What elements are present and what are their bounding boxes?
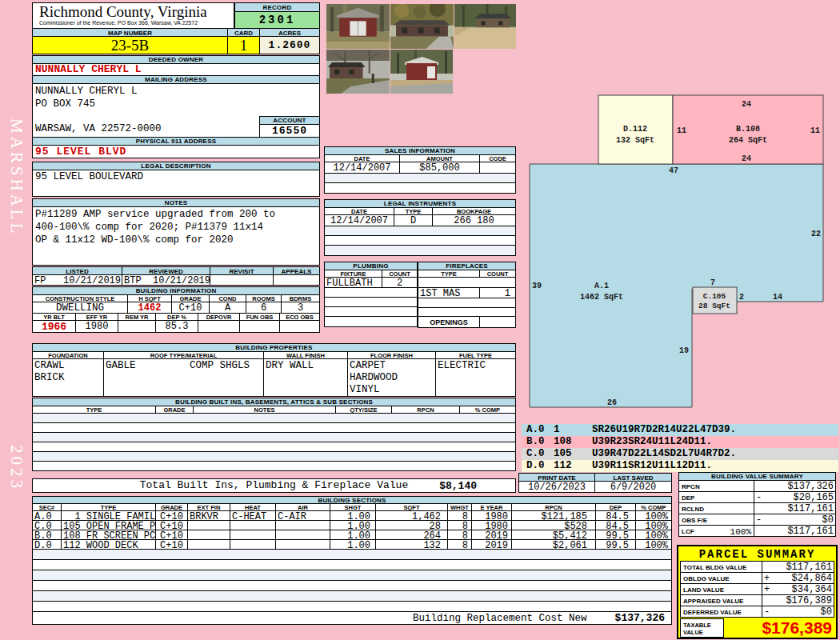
map-number-value: 23-5B bbox=[32, 36, 228, 54]
building-value-summary: BUILDING VALUE SUMMARY RPCN $137,326 DEP… bbox=[678, 472, 836, 537]
last-saved-value: 6/9/2020 bbox=[595, 481, 672, 493]
vs-lcf-cell: $117,161 bbox=[754, 525, 836, 537]
empty-row bbox=[32, 580, 672, 591]
ecoobs-value bbox=[280, 320, 320, 333]
photo-image bbox=[454, 4, 516, 49]
building-information-table: BUILDING INFORMATION CONSTRUCTION STYLE … bbox=[32, 286, 320, 333]
fireplaces-table: FIREPLACES TYPE COUNT 1ST MAS 1 OPENINGS bbox=[418, 262, 516, 328]
replacement-cost-row: Building Replacement Cost New $137,326 bbox=[32, 611, 672, 625]
physical-address-value: 95 LEVEL BLVD bbox=[32, 145, 320, 158]
sidebar-vendor-label: MARSHALL bbox=[6, 118, 26, 237]
legal-instruments-table: LEGAL INSTRUMENTS DATE TYPE BOOKPAGE 12/… bbox=[324, 199, 516, 256]
property-photo-house-front[interactable] bbox=[390, 4, 454, 49]
built-ins-total-value: $8,140 bbox=[439, 480, 477, 492]
vs-rclnd-label: RCLND bbox=[678, 502, 754, 514]
bdrms-value: 3 bbox=[282, 302, 320, 314]
sales-information-table: SALES INFORMATION DATE AMOUNT CODE 12/14… bbox=[324, 146, 516, 194]
account-value: 16550 bbox=[259, 124, 320, 138]
ps-appraised-cell: $176,389 bbox=[762, 594, 834, 606]
remyr-value bbox=[118, 320, 156, 333]
sketch-c-sqft: 28 SqFt bbox=[698, 302, 730, 310]
fireplace-type: 1ST MAS bbox=[418, 287, 480, 298]
photo-image bbox=[326, 4, 390, 49]
header-title-box: Richmond County, Virginia Commissioner o… bbox=[32, 2, 234, 29]
vs-lcf-pct: 100% bbox=[730, 528, 751, 536]
ps-land-cell: +$34,364 bbox=[762, 583, 834, 595]
empty-row bbox=[418, 277, 516, 288]
instr-bookpage: 266 180 bbox=[433, 214, 516, 226]
sketch-d-sqft: 132 SqFt bbox=[616, 136, 654, 145]
col-bi-comp: % COMP bbox=[460, 406, 516, 414]
parcel-summary: PARCEL SUMMARY TOTAL BLDG VALUE $117,161… bbox=[677, 545, 838, 639]
cond-value: A bbox=[210, 302, 246, 314]
record-value: 2301 bbox=[234, 11, 320, 29]
openings-label: OPENINGS bbox=[418, 316, 480, 328]
dim-c-right: 2 bbox=[739, 293, 744, 302]
construction-style-value: DWELLING bbox=[32, 302, 128, 314]
card-value: 1 bbox=[228, 36, 260, 54]
vs-dep-value: $20,165 bbox=[762, 493, 834, 502]
depovr-value bbox=[198, 320, 240, 333]
col-bi-rpcn: RPCN bbox=[392, 406, 460, 414]
empty-row bbox=[324, 245, 516, 256]
replacement-cost-label: Building Replacement Cost New bbox=[413, 613, 587, 624]
page-title: Richmond County, Virginia bbox=[33, 3, 234, 20]
col-bi-type: TYPE bbox=[32, 406, 156, 414]
empty-row bbox=[32, 590, 672, 602]
vs-rpcn-value: $137,326 bbox=[756, 482, 834, 491]
vs-rclnd-cell: $117,161 bbox=[754, 502, 836, 514]
dim-c-top: 7 bbox=[710, 278, 715, 287]
fixture-value: FULLBATH bbox=[324, 277, 382, 288]
ps-bldg-value: $117,161 bbox=[764, 562, 832, 572]
built-ins-total-row: Total Built Ins, Plumbing & Fireplace Va… bbox=[32, 478, 516, 493]
dim-b-top: 24 bbox=[742, 100, 751, 109]
ps-deferred-cell: -$0 bbox=[762, 606, 834, 618]
vs-obs-label: OBS F/E bbox=[678, 514, 754, 526]
taxable-value-label: TAXABLE VALUE bbox=[680, 618, 724, 638]
revisit-value bbox=[210, 274, 274, 286]
dim-a-inner: 19 bbox=[679, 346, 689, 355]
section-row-d: D.0 112 WOOD DECK C+10 1.00 132 8 2019 $… bbox=[32, 539, 672, 550]
sidebar-year-label: 2023 bbox=[6, 445, 26, 491]
photo-image bbox=[390, 4, 454, 49]
empty-row bbox=[32, 570, 672, 581]
foundation-value: CRAWL BRICK bbox=[32, 358, 104, 397]
review-table: LISTED REVIEWED REVISIT APPEALS FP 10/21… bbox=[32, 267, 320, 286]
dim-a-step: 14 bbox=[773, 293, 782, 302]
col-bi-qty: QTY/SIZE bbox=[336, 406, 392, 414]
mailing-city: WARSAW, VA 22572-0000 bbox=[35, 123, 162, 134]
empty-row bbox=[32, 461, 516, 471]
sketch-d-label: D.112 bbox=[623, 125, 647, 134]
floor-finish-value: CARPET HARDWOOD VINYL bbox=[348, 358, 436, 397]
sale-amount: $85,000 bbox=[400, 162, 480, 174]
empty-row bbox=[324, 182, 516, 194]
property-photo-sandy-yard[interactable] bbox=[454, 4, 516, 49]
sketch-b-sqft: 264 SqFt bbox=[729, 136, 767, 145]
dim-a-bottom: 26 bbox=[607, 398, 617, 407]
ps-obldg-label: OBLDG VALUE bbox=[680, 572, 762, 584]
acres-value: 1.2600 bbox=[260, 36, 320, 54]
wall-finish-value: DRY WALL bbox=[264, 358, 348, 397]
print-date-value: 10/26/2023 bbox=[518, 481, 595, 493]
property-record-card: { "sidebar":{"vendor":"MARSHALL","year":… bbox=[0, 0, 840, 640]
property-photo-shed-side[interactable] bbox=[390, 50, 453, 94]
commissioner-line: Commissioner of the Revenue, PO Box 366,… bbox=[33, 20, 234, 26]
property-photo-shed-front[interactable] bbox=[326, 4, 390, 49]
funobs-value bbox=[240, 320, 280, 333]
property-photo-house-trees[interactable] bbox=[326, 50, 390, 94]
empty-row bbox=[32, 549, 672, 560]
reviewed-value: BTP 10/21/2019 bbox=[122, 274, 210, 286]
grade-value: C+10 bbox=[172, 302, 210, 314]
rooms-value: 6 bbox=[246, 302, 282, 314]
sketch-c-label: C.105 bbox=[703, 292, 726, 301]
vs-dep-label: DEP bbox=[678, 491, 754, 503]
built-ins-table: BUILDING BUILT INS, BASEMENTS, ATTICS & … bbox=[32, 398, 516, 471]
vs-rpcn-label: RPCN bbox=[678, 480, 754, 492]
vs-rclnd-value: $117,161 bbox=[756, 504, 834, 514]
col-bi-grade: GRADE bbox=[156, 406, 194, 414]
ps-obldg-value: $24,864 bbox=[770, 574, 832, 583]
empty-row bbox=[324, 316, 418, 327]
roof-value: GABLE COMP SHGLS bbox=[104, 358, 264, 397]
vs-dep-cell: -$20,165 bbox=[754, 491, 836, 503]
vs-lcf-label: LCF100% bbox=[678, 525, 754, 537]
